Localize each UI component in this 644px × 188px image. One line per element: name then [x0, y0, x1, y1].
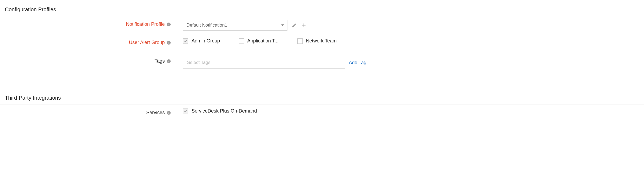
- row-services: Services i ServiceDesk Plus On-Demand: [0, 104, 644, 119]
- label-text: Tags: [155, 58, 165, 64]
- checkbox-item[interactable]: Admin Group: [183, 38, 220, 44]
- checkbox-item[interactable]: Application T...: [239, 38, 279, 44]
- checkbox-item[interactable]: Network Team: [297, 38, 337, 44]
- checkbox-item[interactable]: ServiceDesk Plus On-Demand: [183, 108, 257, 114]
- select-value: Default Notification1: [186, 23, 227, 28]
- label-user-alert-group: User Alert Group i: [0, 38, 173, 45]
- check-icon: [184, 39, 188, 43]
- services-options: ServiceDesk Plus On-Demand: [183, 108, 257, 114]
- row-tags: Tags i Select Tags Add Tag: [0, 49, 644, 72]
- checkbox-label: Admin Group: [192, 38, 220, 44]
- checkbox[interactable]: [183, 38, 188, 44]
- chevron-down-icon: [281, 24, 284, 26]
- checkbox-label: Network Team: [306, 38, 337, 44]
- label-notification-profile: Notification Profile i: [0, 20, 173, 27]
- user-alert-group-options: Admin Group Application T... Network Tea…: [183, 38, 337, 44]
- add-tag-link[interactable]: Add Tag: [349, 60, 366, 66]
- section-title-config: Configuration Profiles: [0, 0, 644, 16]
- row-notification-profile: Notification Profile i Default Notificat…: [0, 16, 644, 34]
- tags-placeholder: Select Tags: [187, 60, 211, 65]
- check-icon: [184, 109, 188, 113]
- row-user-alert-group: User Alert Group i Admin Group Applicati…: [0, 34, 644, 49]
- label-tags: Tags i: [0, 57, 173, 64]
- notification-profile-select[interactable]: Default Notification1: [183, 20, 287, 31]
- info-icon[interactable]: i: [167, 111, 171, 115]
- tags-input[interactable]: Select Tags: [183, 57, 345, 68]
- edit-button[interactable]: [291, 22, 297, 28]
- pencil-icon: [292, 23, 297, 28]
- info-icon[interactable]: i: [167, 59, 171, 63]
- checkbox[interactable]: [239, 38, 244, 44]
- checkbox-label: Application T...: [247, 38, 279, 44]
- label-text: User Alert Group: [129, 40, 165, 45]
- checkbox-label: ServiceDesk Plus On-Demand: [192, 108, 257, 114]
- info-icon[interactable]: i: [167, 23, 171, 26]
- add-button[interactable]: [301, 22, 307, 28]
- checkbox[interactable]: [183, 109, 188, 114]
- plus-icon: [301, 23, 306, 28]
- checkbox[interactable]: [297, 38, 303, 44]
- label-services: Services i: [0, 108, 173, 115]
- label-text: Notification Profile: [126, 21, 165, 27]
- info-icon[interactable]: i: [167, 41, 171, 45]
- section-title-third-party: Third-Party Integrations: [0, 88, 644, 104]
- label-text: Services: [146, 110, 165, 115]
